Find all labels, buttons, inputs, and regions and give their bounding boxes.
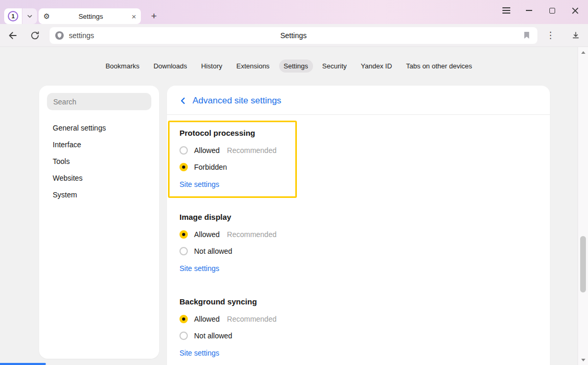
radio-option-not-allowed[interactable]: Not allowed bbox=[179, 332, 537, 340]
radio-option-not-allowed[interactable]: Not allowed bbox=[179, 247, 537, 255]
tab-group-chevron-icon[interactable] bbox=[22, 8, 37, 24]
scrollbar-thumb[interactable] bbox=[580, 236, 586, 292]
site-settings-link[interactable]: Site settings bbox=[179, 180, 219, 189]
radio-button-icon[interactable] bbox=[179, 315, 188, 323]
radio-label[interactable]: Not allowed bbox=[194, 247, 232, 255]
browser-tab-settings[interactable]: ⚙ Settings × bbox=[39, 8, 141, 24]
new-tab-button[interactable]: + bbox=[147, 8, 161, 24]
radio-button-icon[interactable] bbox=[179, 230, 188, 239]
section-background-syncing: Background syncing Allowed Recommended N… bbox=[179, 297, 537, 358]
radio-option-allowed[interactable]: Allowed Recommended bbox=[179, 230, 537, 239]
radio-button-icon[interactable] bbox=[179, 163, 188, 171]
tab-close-icon[interactable]: × bbox=[131, 13, 136, 20]
settings-top-nav: Bookmarks Downloads History Extensions S… bbox=[0, 47, 578, 73]
section-image-display: Image display Allowed Recommended Not al… bbox=[179, 213, 537, 273]
section-title: Background syncing bbox=[179, 297, 537, 307]
window-minimize-button[interactable] bbox=[523, 4, 535, 17]
browser-toolbar: settings Settings ⋮ bbox=[0, 24, 588, 47]
nav-item-history[interactable]: History bbox=[197, 60, 227, 73]
scroll-up-icon[interactable] bbox=[578, 49, 588, 56]
radio-option-forbidden[interactable]: Forbidden bbox=[179, 163, 295, 171]
sidebar-list: General settings Interface Tools Website… bbox=[47, 120, 151, 203]
horizontal-scrollbar-thumb[interactable] bbox=[0, 363, 46, 365]
browser-menu-icon[interactable] bbox=[500, 4, 512, 17]
radio-option-allowed[interactable]: Allowed Recommended bbox=[179, 146, 295, 155]
nav-item-settings[interactable]: Settings bbox=[279, 60, 313, 73]
bookmark-icon[interactable] bbox=[521, 31, 532, 39]
page-title[interactable]: Advanced site settings bbox=[193, 96, 281, 106]
address-bar-url: settings bbox=[69, 31, 94, 40]
settings-sidebar: General settings Interface Tools Website… bbox=[39, 86, 159, 359]
settings-content-card: Advanced site settings Protocol processi… bbox=[167, 86, 550, 365]
radio-note: Recommended bbox=[227, 230, 277, 239]
scroll-down-icon[interactable] bbox=[578, 356, 588, 363]
radio-label[interactable]: Allowed bbox=[194, 315, 220, 323]
settings-sections: Protocol processing Allowed Recommended … bbox=[167, 115, 550, 365]
nav-item-yandex-id[interactable]: Yandex ID bbox=[356, 60, 397, 73]
toolbar-more-icon[interactable]: ⋮ bbox=[544, 28, 557, 43]
nav-item-downloads[interactable]: Downloads bbox=[149, 60, 191, 73]
sidebar-item-system[interactable]: System bbox=[47, 186, 151, 203]
chevron-left-icon bbox=[179, 97, 187, 104]
address-bar-page-title: Settings bbox=[50, 31, 537, 40]
radio-label[interactable]: Not allowed bbox=[194, 332, 232, 340]
section-protocol-processing: Protocol processing Allowed Recommended … bbox=[168, 121, 297, 198]
section-title: Image display bbox=[179, 213, 537, 222]
nav-item-security[interactable]: Security bbox=[318, 60, 352, 73]
settings-layout: General settings Interface Tools Website… bbox=[0, 86, 578, 365]
refresh-button[interactable] bbox=[27, 28, 43, 43]
back-button[interactable] bbox=[5, 28, 21, 43]
nav-item-extensions[interactable]: Extensions bbox=[232, 60, 274, 73]
site-info-icon[interactable] bbox=[55, 31, 64, 40]
sidebar-item-websites[interactable]: Websites bbox=[47, 170, 151, 186]
window-close-button[interactable] bbox=[569, 4, 581, 17]
radio-label[interactable]: Allowed bbox=[194, 230, 220, 239]
nav-item-tabs-other-devices[interactable]: Tabs on other devices bbox=[401, 60, 476, 73]
radio-label[interactable]: Allowed bbox=[194, 146, 220, 155]
advanced-site-settings-back[interactable]: Advanced site settings bbox=[167, 86, 550, 115]
section-title: Protocol processing bbox=[179, 128, 295, 138]
vertical-scrollbar[interactable] bbox=[578, 47, 588, 365]
nav-item-bookmarks[interactable]: Bookmarks bbox=[101, 60, 144, 73]
window-maximize-button[interactable] bbox=[546, 4, 558, 17]
tab-count-badge[interactable]: 1 bbox=[8, 11, 18, 21]
site-settings-link[interactable]: Site settings bbox=[179, 264, 219, 273]
gear-icon: ⚙ bbox=[43, 13, 50, 20]
radio-button-icon[interactable] bbox=[179, 146, 188, 155]
radio-button-icon[interactable] bbox=[179, 332, 188, 340]
tab-group-chip[interactable]: 1 bbox=[4, 8, 22, 24]
sidebar-item-tools[interactable]: Tools bbox=[47, 153, 151, 170]
window-titlebar: 1 ⚙ Settings × + bbox=[0, 0, 588, 24]
site-settings-link[interactable]: Site settings bbox=[179, 349, 219, 357]
settings-page: Bookmarks Downloads History Extensions S… bbox=[0, 47, 578, 365]
sidebar-item-interface[interactable]: Interface bbox=[47, 136, 151, 153]
sidebar-item-general-settings[interactable]: General settings bbox=[47, 120, 151, 136]
radio-note: Recommended bbox=[227, 146, 277, 155]
address-bar[interactable]: settings Settings bbox=[50, 27, 537, 44]
download-icon[interactable] bbox=[569, 28, 582, 43]
radio-label[interactable]: Forbidden bbox=[194, 163, 227, 171]
radio-note: Recommended bbox=[227, 315, 277, 323]
radio-option-allowed[interactable]: Allowed Recommended bbox=[179, 315, 537, 323]
radio-button-icon[interactable] bbox=[179, 247, 188, 255]
tab-title: Settings bbox=[54, 13, 128, 20]
search-input[interactable] bbox=[47, 93, 151, 110]
